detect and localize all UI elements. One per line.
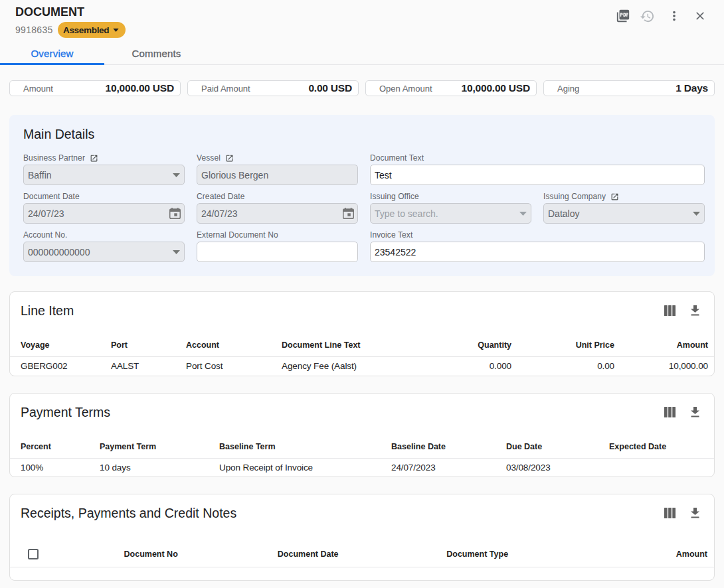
- payment-terms-table: Percent Payment Term Baseline Term Basel…: [10, 436, 714, 477]
- line-item-section: Line Item Voyage Port Account Document L…: [9, 291, 715, 376]
- open-in-new-icon[interactable]: [610, 192, 619, 201]
- issuing-office-select[interactable]: Type to search.: [370, 203, 531, 224]
- field-invoice-text: Invoice Text 23542522: [370, 230, 705, 262]
- receipts-header-row: Document No Document Date Document Type …: [10, 537, 714, 567]
- payment-terms-title: Payment Terms: [21, 405, 110, 419]
- column-header[interactable]: Quantity: [434, 334, 518, 356]
- summary-value: 0.00 USD: [308, 82, 352, 94]
- field-label: Created Date: [197, 192, 245, 201]
- line-item-table: Voyage Port Account Document Line Text Q…: [10, 334, 714, 376]
- summary-card-amount: Amount 10,000.00 USD: [9, 80, 181, 96]
- status-badge-label: Assembled: [63, 25, 109, 35]
- summary-cards: Amount 10,000.00 USD Paid Amount 0.00 US…: [9, 80, 715, 96]
- status-dropdown-caret-icon: [113, 29, 119, 32]
- field-issuing-company: Issuing Company Dataloy: [543, 191, 705, 224]
- column-header[interactable]: Document Date: [234, 550, 381, 559]
- column-header[interactable]: Amount: [573, 550, 714, 559]
- field-label: Document Text: [370, 153, 424, 163]
- summary-value: 10,000.00 USD: [106, 82, 174, 94]
- dropdown-caret-icon: [693, 212, 700, 216]
- field-vessel: Vessel Glorious Bergen: [197, 153, 358, 185]
- dropdown-caret-icon: [173, 250, 180, 254]
- receipts-title: Receipts, Payments and Credit Notes: [21, 506, 236, 520]
- field-label: Document Date: [23, 192, 80, 201]
- download-button[interactable]: [687, 303, 703, 319]
- column-header[interactable]: Baseline Term: [219, 436, 391, 458]
- column-header[interactable]: Due Date: [506, 436, 609, 458]
- table-header-row: Percent Payment Term Baseline Term Basel…: [10, 436, 714, 458]
- column-header[interactable]: Port: [111, 334, 186, 356]
- dropdown-caret-icon: [519, 212, 527, 216]
- table-row[interactable]: 100% 10 days Upon Receipt of Invoice 24/…: [10, 458, 714, 477]
- column-settings-button[interactable]: [662, 505, 678, 521]
- main-details-fields: Business Partner Baffin Vessel Glorious …: [23, 153, 705, 262]
- column-header[interactable]: Unit Price: [518, 334, 621, 356]
- summary-label: Aging: [557, 84, 579, 94]
- field-label: External Document No: [197, 230, 278, 240]
- tab-bar: Overview Comments: [0, 38, 724, 65]
- external-document-no-input[interactable]: [197, 242, 358, 262]
- pdf-export-button[interactable]: [615, 8, 631, 24]
- dropdown-caret-icon: [173, 173, 180, 177]
- document-text-input[interactable]: Test: [370, 165, 705, 185]
- main-details-panel: Main Details Business Partner Baffin Ves…: [9, 115, 715, 276]
- column-header[interactable]: Voyage: [10, 334, 111, 356]
- summary-label: Paid Amount: [201, 84, 250, 94]
- summary-value: 1 Days: [676, 82, 708, 94]
- column-header[interactable]: Percent: [10, 436, 100, 458]
- field-business-partner: Business Partner Baffin: [23, 153, 185, 185]
- column-header[interactable]: Document No: [67, 550, 235, 559]
- summary-card-aging: Aging 1 Days: [543, 80, 715, 96]
- field-issuing-office: Issuing Office Type to search.: [370, 191, 531, 224]
- document-detail-page: DOCUMENT 9918635 Assembled: [0, 0, 724, 588]
- column-header[interactable]: Payment Term: [100, 436, 219, 458]
- field-document-text: Document Text Test: [370, 153, 705, 185]
- receipts-section: Receipts, Payments and Credit Notes Docu…: [9, 494, 715, 581]
- column-header[interactable]: Amount: [621, 334, 714, 356]
- vessel-input[interactable]: Glorious Bergen: [197, 165, 358, 185]
- header-actions: [0, 8, 724, 24]
- field-label: Vessel: [197, 153, 221, 163]
- open-in-new-icon[interactable]: [90, 154, 98, 163]
- field-label: Account No.: [23, 230, 67, 240]
- close-button[interactable]: [692, 8, 708, 24]
- history-button[interactable]: [639, 8, 655, 24]
- column-header[interactable]: Expected Date: [609, 436, 714, 458]
- column-header[interactable]: Document Type: [381, 550, 573, 559]
- open-in-new-icon[interactable]: [225, 154, 234, 163]
- calendar-icon: [169, 208, 181, 219]
- table-row[interactable]: GBERG002 AALST Port Cost Agency Fee (Aal…: [10, 356, 714, 376]
- line-item-title: Line Item: [21, 303, 74, 318]
- tab-overview[interactable]: Overview: [0, 38, 104, 65]
- field-account-no: Account No. 000000000000: [23, 230, 185, 262]
- document-date-input[interactable]: 24/07/23: [23, 203, 185, 224]
- summary-card-paid-amount: Paid Amount 0.00 USD: [187, 80, 359, 96]
- summary-value: 10,000.00 USD: [462, 82, 530, 94]
- field-external-document-no: External Document No: [197, 230, 358, 262]
- business-partner-select[interactable]: Baffin: [23, 165, 185, 185]
- column-header[interactable]: Document Line Text: [282, 334, 434, 356]
- created-date-input[interactable]: 24/07/23: [197, 203, 358, 224]
- document-number: 9918635: [15, 25, 53, 35]
- summary-card-open-amount: Open Amount 10,000.00 USD: [365, 80, 537, 96]
- column-settings-button[interactable]: [662, 404, 678, 420]
- summary-label: Amount: [23, 84, 53, 94]
- column-settings-button[interactable]: [662, 303, 678, 319]
- field-label: Business Partner: [23, 153, 85, 163]
- invoice-text-input[interactable]: 23542522: [370, 242, 705, 262]
- field-label: Issuing Office: [370, 192, 419, 201]
- download-button[interactable]: [687, 505, 703, 521]
- download-button[interactable]: [687, 404, 703, 420]
- more-options-button[interactable]: [666, 8, 682, 24]
- status-badge[interactable]: Assembled: [58, 22, 126, 38]
- tab-comments[interactable]: Comments: [104, 38, 209, 65]
- calendar-icon: [343, 208, 354, 219]
- select-all-checkbox[interactable]: [28, 549, 39, 559]
- document-number-row: 9918635 Assembled: [15, 22, 724, 38]
- header: DOCUMENT 9918635 Assembled: [0, 0, 724, 38]
- table-header-row: Voyage Port Account Document Line Text Q…: [10, 334, 714, 356]
- account-no-select[interactable]: 000000000000: [23, 242, 185, 262]
- column-header[interactable]: Account: [186, 334, 282, 356]
- issuing-company-select[interactable]: Dataloy: [543, 203, 705, 224]
- column-header[interactable]: Baseline Date: [391, 436, 506, 458]
